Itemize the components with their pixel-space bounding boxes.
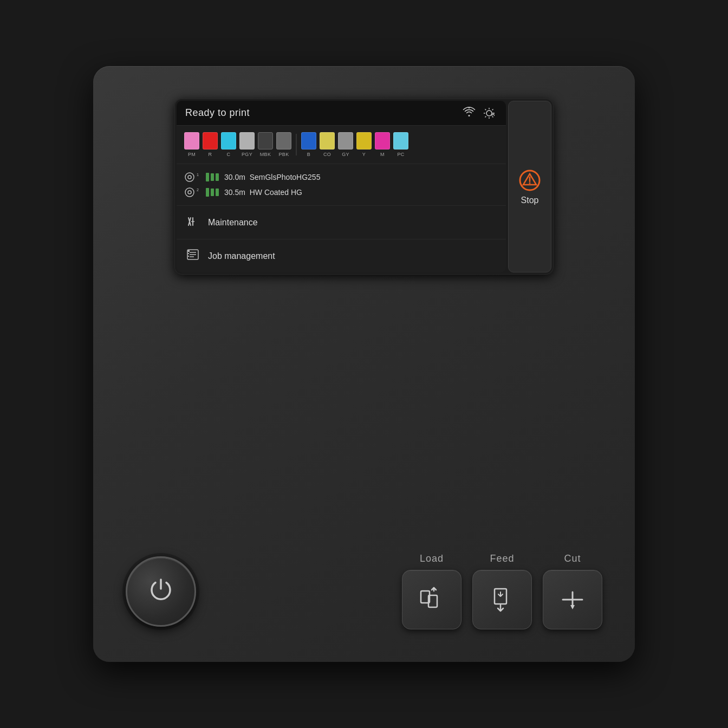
- ink-label-pc: PC: [397, 152, 404, 157]
- svg-point-12: [188, 176, 191, 179]
- power-icon: [147, 575, 174, 607]
- ink-label-y: Y: [362, 152, 366, 157]
- ink-label-gy: GY: [342, 152, 349, 157]
- paper-roll-1: 1 30.0m SemGlsPhotoHG255: [184, 170, 498, 185]
- ink-swatch-y: [356, 132, 372, 150]
- cut-button-group: Cut: [543, 553, 602, 629]
- ink-label-r: R: [209, 152, 212, 157]
- roll-1-bars: [206, 173, 219, 181]
- cut-label: Cut: [564, 553, 581, 564]
- load-icon: [418, 586, 446, 614]
- ink-item-pbk: PBK: [276, 132, 291, 157]
- roll-1-icon: 1: [184, 172, 200, 183]
- svg-point-15: [188, 191, 191, 194]
- ink-swatch-b: [301, 132, 316, 150]
- ink-item-pc: PC: [393, 132, 408, 157]
- job-management-menu-item[interactable]: Job management: [177, 239, 506, 272]
- svg-rect-27: [188, 256, 189, 257]
- ink-label-mbk: MBK: [260, 152, 271, 157]
- svg-point-14: [185, 188, 194, 197]
- stop-icon: [518, 168, 542, 192]
- load-label: Load: [420, 553, 444, 564]
- ink-item-m: M: [375, 132, 390, 157]
- ink-cartridges: PM R C PGY M: [184, 132, 498, 157]
- ink-item-b: B: [301, 132, 316, 157]
- paper-section: 1 30.0m SemGlsPhotoHG255: [177, 164, 506, 206]
- svg-text:A: A: [491, 112, 495, 117]
- power-button[interactable]: [126, 556, 196, 627]
- ink-label-m: M: [380, 152, 385, 157]
- ink-swatch-m: [375, 132, 390, 150]
- screen-icons: A: [463, 106, 497, 120]
- ink-swatch-pgy: [239, 132, 255, 150]
- ink-item-y: Y: [356, 132, 372, 157]
- screen: Ready to print: [177, 101, 506, 272]
- ink-item-pgy: PGY: [239, 132, 255, 157]
- ink-label-co: CO: [323, 152, 331, 157]
- ink-swatch-r: [203, 132, 218, 150]
- maintenance-label: Maintenance: [208, 218, 258, 227]
- screen-container: Ready to print: [174, 99, 554, 275]
- ink-label-pgy: PGY: [242, 152, 252, 157]
- feed-button-group: Feed: [472, 553, 532, 629]
- feed-button[interactable]: [472, 570, 532, 629]
- ink-item-mbk: MBK: [258, 132, 273, 157]
- feed-label: Feed: [490, 553, 514, 564]
- svg-rect-26: [188, 253, 189, 254]
- wifi-icon: [463, 106, 476, 120]
- load-button-group: Load: [402, 553, 461, 629]
- ink-divider: [296, 134, 297, 155]
- screen-header: Ready to print: [177, 101, 506, 126]
- svg-point-31: [529, 182, 531, 184]
- svg-rect-25: [188, 250, 190, 252]
- ink-swatch-c: [221, 132, 236, 150]
- ink-swatch-gy: [338, 132, 353, 150]
- ink-label-pm: PM: [188, 152, 196, 157]
- maintenance-menu-item[interactable]: Maintenance: [177, 206, 506, 239]
- ink-item-pm: PM: [184, 132, 199, 157]
- power-button-wrap: [126, 556, 196, 627]
- job-management-label: Job management: [208, 251, 275, 261]
- roll-2-info: 30.5m HW Coated HG: [224, 188, 302, 197]
- ink-label-b: B: [307, 152, 310, 157]
- svg-text:2: 2: [197, 188, 199, 192]
- ink-swatch-mbk: [258, 132, 273, 150]
- ink-label-pbk: PBK: [279, 152, 289, 157]
- ink-item-c: C: [221, 132, 236, 157]
- roll-2-bars: [206, 188, 219, 197]
- stop-label: Stop: [521, 196, 539, 205]
- maintenance-icon: [185, 213, 200, 231]
- ink-row: PM R C PGY M: [177, 126, 506, 164]
- svg-point-11: [185, 173, 194, 181]
- ink-label-c: C: [227, 152, 231, 157]
- roll-1-info: 30.0m SemGlsPhotoHG255: [224, 173, 320, 181]
- svg-line-6: [485, 109, 486, 110]
- roll-2-icon: 2: [184, 187, 200, 198]
- ink-item-r: R: [203, 132, 218, 157]
- svg-point-0: [469, 107, 470, 108]
- ink-swatch-pbk: [276, 132, 291, 150]
- ink-item-co: CO: [320, 132, 335, 157]
- svg-marker-40: [570, 605, 575, 609]
- paper-roll-2: 2 30.5m HW Coated HG: [184, 185, 498, 200]
- feed-icon: [488, 586, 516, 614]
- ink-swatch-pc: [393, 132, 408, 150]
- printer-body: Ready to print: [93, 66, 635, 662]
- job-management-icon: [185, 247, 200, 265]
- svg-text:1: 1: [197, 173, 199, 177]
- svg-line-9: [485, 116, 486, 117]
- ink-item-gy: GY: [338, 132, 353, 157]
- ink-swatch-pm: [184, 132, 199, 150]
- svg-line-8: [492, 109, 493, 110]
- cut-icon: [558, 586, 587, 614]
- cut-button[interactable]: [543, 570, 602, 629]
- ink-swatch-co: [320, 132, 335, 150]
- action-buttons: Load Feed: [402, 553, 602, 629]
- brightness-icon: A: [482, 107, 497, 120]
- control-panel: Load Feed: [93, 531, 635, 662]
- screen-title: Ready to print: [185, 107, 250, 119]
- load-button[interactable]: [402, 570, 461, 629]
- stop-button[interactable]: Stop: [508, 101, 551, 272]
